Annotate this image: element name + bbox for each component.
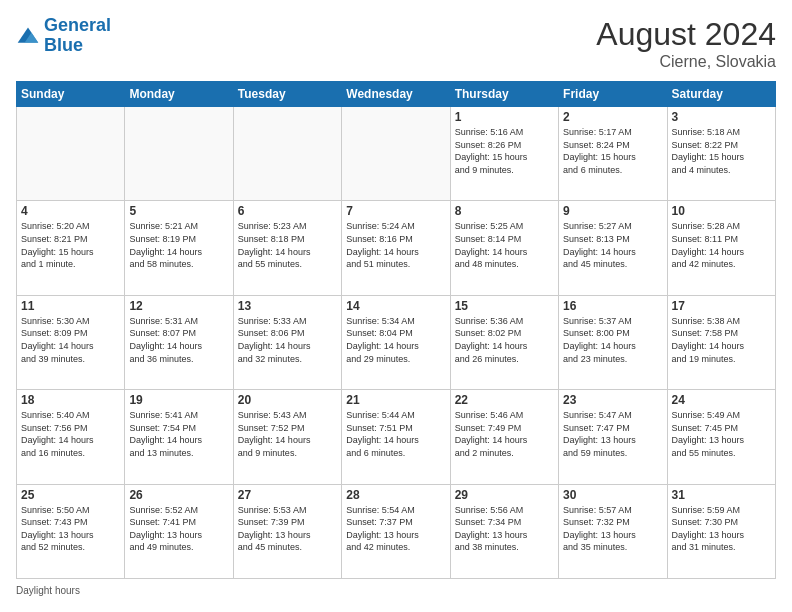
calendar-table: SundayMondayTuesdayWednesdayThursdayFrid… [16, 81, 776, 579]
day-info: Sunrise: 5:43 AM Sunset: 7:52 PM Dayligh… [238, 409, 337, 459]
day-info: Sunrise: 5:56 AM Sunset: 7:34 PM Dayligh… [455, 504, 554, 554]
day-info: Sunrise: 5:20 AM Sunset: 8:21 PM Dayligh… [21, 220, 120, 270]
day-info: Sunrise: 5:17 AM Sunset: 8:24 PM Dayligh… [563, 126, 662, 176]
day-number: 2 [563, 110, 662, 124]
location: Cierne, Slovakia [596, 53, 776, 71]
day-number: 7 [346, 204, 445, 218]
day-info: Sunrise: 5:47 AM Sunset: 7:47 PM Dayligh… [563, 409, 662, 459]
day-cell [125, 107, 233, 201]
day-cell: 24Sunrise: 5:49 AM Sunset: 7:45 PM Dayli… [667, 390, 775, 484]
day-number: 8 [455, 204, 554, 218]
day-number: 27 [238, 488, 337, 502]
day-number: 13 [238, 299, 337, 313]
day-cell: 12Sunrise: 5:31 AM Sunset: 8:07 PM Dayli… [125, 295, 233, 389]
footer: Daylight hours [16, 585, 776, 596]
day-cell: 2Sunrise: 5:17 AM Sunset: 8:24 PM Daylig… [559, 107, 667, 201]
day-info: Sunrise: 5:54 AM Sunset: 7:37 PM Dayligh… [346, 504, 445, 554]
day-cell: 15Sunrise: 5:36 AM Sunset: 8:02 PM Dayli… [450, 295, 558, 389]
day-cell: 8Sunrise: 5:25 AM Sunset: 8:14 PM Daylig… [450, 201, 558, 295]
week-row-2: 11Sunrise: 5:30 AM Sunset: 8:09 PM Dayli… [17, 295, 776, 389]
day-number: 18 [21, 393, 120, 407]
day-number: 4 [21, 204, 120, 218]
day-info: Sunrise: 5:44 AM Sunset: 7:51 PM Dayligh… [346, 409, 445, 459]
day-number: 23 [563, 393, 662, 407]
logo-icon [16, 24, 40, 48]
day-number: 9 [563, 204, 662, 218]
day-info: Sunrise: 5:18 AM Sunset: 8:22 PM Dayligh… [672, 126, 771, 176]
day-cell: 4Sunrise: 5:20 AM Sunset: 8:21 PM Daylig… [17, 201, 125, 295]
day-info: Sunrise: 5:16 AM Sunset: 8:26 PM Dayligh… [455, 126, 554, 176]
day-cell: 1Sunrise: 5:16 AM Sunset: 8:26 PM Daylig… [450, 107, 558, 201]
day-info: Sunrise: 5:50 AM Sunset: 7:43 PM Dayligh… [21, 504, 120, 554]
col-header-wednesday: Wednesday [342, 82, 450, 107]
day-cell: 3Sunrise: 5:18 AM Sunset: 8:22 PM Daylig… [667, 107, 775, 201]
day-cell: 19Sunrise: 5:41 AM Sunset: 7:54 PM Dayli… [125, 390, 233, 484]
day-number: 20 [238, 393, 337, 407]
day-number: 10 [672, 204, 771, 218]
week-row-4: 25Sunrise: 5:50 AM Sunset: 7:43 PM Dayli… [17, 484, 776, 578]
day-cell: 10Sunrise: 5:28 AM Sunset: 8:11 PM Dayli… [667, 201, 775, 295]
day-info: Sunrise: 5:28 AM Sunset: 8:11 PM Dayligh… [672, 220, 771, 270]
day-cell: 30Sunrise: 5:57 AM Sunset: 7:32 PM Dayli… [559, 484, 667, 578]
col-header-monday: Monday [125, 82, 233, 107]
day-cell: 13Sunrise: 5:33 AM Sunset: 8:06 PM Dayli… [233, 295, 341, 389]
day-info: Sunrise: 5:40 AM Sunset: 7:56 PM Dayligh… [21, 409, 120, 459]
day-info: Sunrise: 5:49 AM Sunset: 7:45 PM Dayligh… [672, 409, 771, 459]
day-info: Sunrise: 5:38 AM Sunset: 7:58 PM Dayligh… [672, 315, 771, 365]
day-cell: 14Sunrise: 5:34 AM Sunset: 8:04 PM Dayli… [342, 295, 450, 389]
logo: General Blue [16, 16, 111, 56]
day-info: Sunrise: 5:27 AM Sunset: 8:13 PM Dayligh… [563, 220, 662, 270]
day-number: 24 [672, 393, 771, 407]
day-cell [17, 107, 125, 201]
col-header-friday: Friday [559, 82, 667, 107]
day-cell [233, 107, 341, 201]
day-number: 17 [672, 299, 771, 313]
day-info: Sunrise: 5:41 AM Sunset: 7:54 PM Dayligh… [129, 409, 228, 459]
day-number: 16 [563, 299, 662, 313]
day-number: 6 [238, 204, 337, 218]
logo-line2: Blue [44, 35, 83, 55]
day-info: Sunrise: 5:52 AM Sunset: 7:41 PM Dayligh… [129, 504, 228, 554]
day-cell: 7Sunrise: 5:24 AM Sunset: 8:16 PM Daylig… [342, 201, 450, 295]
day-cell: 6Sunrise: 5:23 AM Sunset: 8:18 PM Daylig… [233, 201, 341, 295]
day-info: Sunrise: 5:36 AM Sunset: 8:02 PM Dayligh… [455, 315, 554, 365]
day-info: Sunrise: 5:25 AM Sunset: 8:14 PM Dayligh… [455, 220, 554, 270]
logo-text: General Blue [44, 16, 111, 56]
day-cell: 23Sunrise: 5:47 AM Sunset: 7:47 PM Dayli… [559, 390, 667, 484]
daylight-label: Daylight hours [16, 585, 80, 596]
day-cell: 28Sunrise: 5:54 AM Sunset: 7:37 PM Dayli… [342, 484, 450, 578]
day-cell: 9Sunrise: 5:27 AM Sunset: 8:13 PM Daylig… [559, 201, 667, 295]
day-cell: 26Sunrise: 5:52 AM Sunset: 7:41 PM Dayli… [125, 484, 233, 578]
day-info: Sunrise: 5:23 AM Sunset: 8:18 PM Dayligh… [238, 220, 337, 270]
day-cell: 16Sunrise: 5:37 AM Sunset: 8:00 PM Dayli… [559, 295, 667, 389]
day-info: Sunrise: 5:31 AM Sunset: 8:07 PM Dayligh… [129, 315, 228, 365]
month-year: August 2024 [596, 16, 776, 53]
day-info: Sunrise: 5:59 AM Sunset: 7:30 PM Dayligh… [672, 504, 771, 554]
day-number: 21 [346, 393, 445, 407]
day-number: 29 [455, 488, 554, 502]
day-cell [342, 107, 450, 201]
day-number: 31 [672, 488, 771, 502]
day-info: Sunrise: 5:30 AM Sunset: 8:09 PM Dayligh… [21, 315, 120, 365]
day-number: 28 [346, 488, 445, 502]
day-number: 5 [129, 204, 228, 218]
day-info: Sunrise: 5:33 AM Sunset: 8:06 PM Dayligh… [238, 315, 337, 365]
week-row-1: 4Sunrise: 5:20 AM Sunset: 8:21 PM Daylig… [17, 201, 776, 295]
day-info: Sunrise: 5:37 AM Sunset: 8:00 PM Dayligh… [563, 315, 662, 365]
day-cell: 20Sunrise: 5:43 AM Sunset: 7:52 PM Dayli… [233, 390, 341, 484]
day-number: 30 [563, 488, 662, 502]
day-number: 11 [21, 299, 120, 313]
day-info: Sunrise: 5:57 AM Sunset: 7:32 PM Dayligh… [563, 504, 662, 554]
day-info: Sunrise: 5:24 AM Sunset: 8:16 PM Dayligh… [346, 220, 445, 270]
day-info: Sunrise: 5:21 AM Sunset: 8:19 PM Dayligh… [129, 220, 228, 270]
day-cell: 11Sunrise: 5:30 AM Sunset: 8:09 PM Dayli… [17, 295, 125, 389]
day-number: 1 [455, 110, 554, 124]
logo-line1: General [44, 15, 111, 35]
week-row-3: 18Sunrise: 5:40 AM Sunset: 7:56 PM Dayli… [17, 390, 776, 484]
week-row-0: 1Sunrise: 5:16 AM Sunset: 8:26 PM Daylig… [17, 107, 776, 201]
day-cell: 31Sunrise: 5:59 AM Sunset: 7:30 PM Dayli… [667, 484, 775, 578]
col-header-thursday: Thursday [450, 82, 558, 107]
day-number: 25 [21, 488, 120, 502]
day-number: 14 [346, 299, 445, 313]
day-cell: 22Sunrise: 5:46 AM Sunset: 7:49 PM Dayli… [450, 390, 558, 484]
